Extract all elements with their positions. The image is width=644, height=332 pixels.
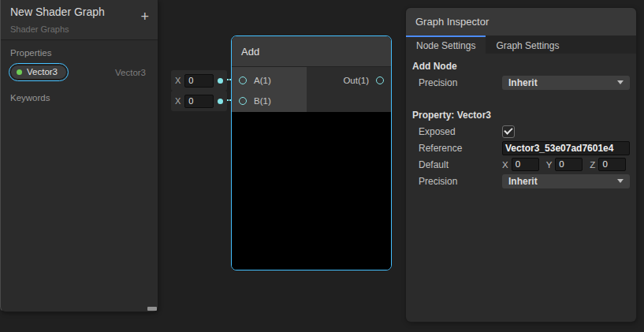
- node-precision-row: Precision Inherit: [419, 74, 630, 91]
- tab-graph-settings[interactable]: Graph Settings: [486, 35, 569, 54]
- checkmark-icon: [504, 125, 512, 134]
- chevron-down-icon: [617, 80, 624, 84]
- property-type-label: Vector3: [115, 68, 148, 77]
- node-precision-dropdown[interactable]: Inherit: [502, 76, 630, 90]
- input-port-a-icon[interactable]: [239, 76, 247, 84]
- blackboard-resize-handle[interactable]: [147, 307, 157, 311]
- exposed-label: Exposed: [419, 126, 502, 137]
- node-ports: A(1) B(1) Out(1): [232, 67, 391, 112]
- graph-inspector-panel: Graph Inspector Node Settings Graph Sett…: [406, 8, 636, 322]
- y-axis-label: Y: [546, 160, 553, 170]
- inspector-titlebar[interactable]: Graph Inspector: [406, 8, 636, 35]
- property-type-dot-icon: [17, 69, 22, 75]
- axis-label: X: [175, 96, 181, 106]
- input-widget-b: X 0: [171, 91, 227, 111]
- exposed-row: Exposed: [419, 123, 630, 140]
- axis-label: X: [175, 76, 181, 85]
- node-preview: [232, 112, 391, 270]
- property-pill-vector3[interactable]: Vector3: [9, 63, 69, 81]
- exposed-checkbox[interactable]: [502, 125, 515, 138]
- shader-graph-window: New Shader Graph + Shader Graphs Propert…: [0, 0, 644, 332]
- node-output-column: Out(1): [307, 67, 391, 112]
- node-header[interactable]: Add: [232, 36, 391, 67]
- property-pill-inner: Vector3: [10, 65, 67, 80]
- reference-label: Reference: [419, 143, 502, 154]
- widget-port-dot-icon[interactable]: [218, 99, 223, 104]
- node-input-column: A(1) B(1): [232, 67, 307, 112]
- properties-section-label: Properties: [10, 48, 148, 58]
- chevron-down-icon: [617, 179, 624, 183]
- reference-field[interactable]: Vector3_53e07ad7601e4: [502, 141, 630, 155]
- blackboard-subtitle: Shader Graphs: [10, 24, 69, 34]
- input-port-b-icon[interactable]: [239, 97, 247, 105]
- default-row: Default X 0 Y 0 Z 0: [419, 156, 630, 173]
- add-property-button[interactable]: +: [140, 9, 149, 24]
- input-port-row-a: A(1): [232, 70, 307, 91]
- property-precision-row: Precision Inherit: [419, 173, 630, 189]
- input-a-value-field[interactable]: 0: [184, 74, 214, 88]
- blackboard-panel: New Shader Graph + Shader Graphs Propert…: [0, 0, 158, 312]
- inspector-content: Add Node Precision Inherit Property: Vec…: [406, 54, 636, 189]
- z-axis-label: Z: [590, 160, 595, 170]
- input-b-value-field[interactable]: 0: [184, 95, 214, 108]
- input-port-b-label: B(1): [254, 96, 271, 106]
- inspector-tab-bar: Node Settings Graph Settings: [406, 35, 636, 54]
- default-x-field[interactable]: 0: [512, 158, 539, 171]
- add-node[interactable]: Add A(1) B(1) Out(1): [231, 35, 392, 270]
- reference-row: Reference Vector3_53e07ad7601e4: [419, 140, 630, 156]
- precision-label: Precision: [419, 77, 502, 88]
- output-port-row: Out(1): [307, 70, 391, 91]
- precision-label: Precision: [419, 176, 502, 187]
- keywords-section-label: Keywords: [10, 93, 148, 103]
- input-port-a-label: A(1): [254, 76, 271, 85]
- inspector-title: Graph Inspector: [415, 16, 489, 28]
- default-label: Default: [419, 159, 502, 170]
- property-row: Vector3 Vector3: [9, 63, 148, 81]
- output-port-label: Out(1): [343, 76, 369, 85]
- property-precision-dropdown[interactable]: Inherit: [502, 174, 630, 188]
- node-precision-value: Inherit: [508, 77, 538, 88]
- default-z-field[interactable]: 0: [598, 158, 626, 171]
- input-port-row-b: B(1): [232, 91, 307, 111]
- default-y-field[interactable]: 0: [555, 158, 583, 171]
- property-precision-value: Inherit: [508, 176, 538, 187]
- property-heading: Property: Vector3: [412, 110, 630, 121]
- property-pill-label: Vector3: [27, 67, 58, 76]
- x-axis-label: X: [502, 160, 508, 170]
- output-port-icon[interactable]: [376, 76, 384, 84]
- add-node-heading: Add Node: [412, 61, 630, 72]
- tab-node-settings[interactable]: Node Settings: [406, 35, 486, 54]
- blackboard-header[interactable]: New Shader Graph + Shader Graphs: [1, 0, 158, 40]
- widget-port-dot-icon[interactable]: [218, 78, 223, 84]
- blackboard-title: New Shader Graph: [10, 6, 105, 18]
- input-widget-a: X 0: [171, 70, 227, 91]
- node-title: Add: [241, 46, 259, 58]
